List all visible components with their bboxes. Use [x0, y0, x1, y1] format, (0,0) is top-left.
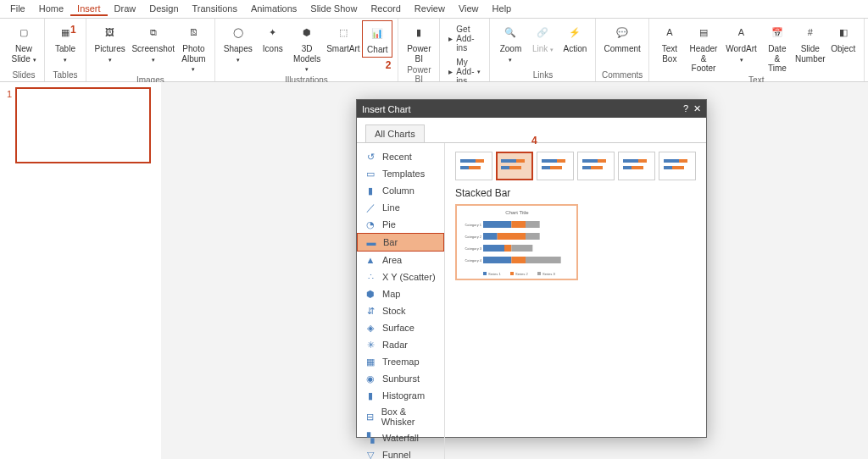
chart-type-waterfall[interactable]: ▚Waterfall: [357, 429, 444, 446]
menu-record[interactable]: Record: [364, 2, 407, 16]
chart-type-label: Pie: [382, 219, 396, 230]
header-icon: ▤: [693, 22, 714, 42]
chart-type-treemap[interactable]: ▦Treemap: [357, 353, 444, 370]
chart-type-x-y-scatter-[interactable]: ∴X Y (Scatter): [357, 268, 444, 285]
surface-icon: ◈: [364, 322, 377, 334]
ribbon-btn-3d-models[interactable]: ⬢3DModels ▾: [290, 20, 325, 75]
chart-type-templates[interactable]: ▭Templates: [357, 165, 444, 182]
ribbon-label: Comment: [604, 44, 640, 54]
menu-design[interactable]: Design: [142, 2, 185, 16]
menu-home[interactable]: Home: [32, 2, 70, 16]
bar-subtype-0[interactable]: [455, 152, 492, 180]
step-marker-4: 4: [531, 135, 537, 147]
ribbon-btn-object[interactable]: ◧Object: [828, 20, 859, 56]
tab-all-charts[interactable]: All Charts: [365, 124, 425, 142]
chart-type-surface[interactable]: ◈Surface: [357, 319, 444, 336]
bar-subtype-2[interactable]: [537, 152, 574, 180]
ribbon-label: SmartArt: [326, 44, 359, 54]
svg-rect-7: [509, 166, 521, 169]
power-icon: ▮: [409, 22, 429, 42]
ribbon-group-illus: ◯Shapes ▾✦Icons⬢3DModels ▾⬚SmartArt📊Char…: [215, 19, 399, 81]
ribbon-btn-get-add-ins[interactable]: ▸ Get Add-ins: [445, 24, 484, 53]
chart-type-radar[interactable]: ✳Radar: [357, 336, 444, 353]
svg-rect-17: [638, 159, 647, 163]
chart-type-recent[interactable]: ↺Recent: [357, 148, 444, 165]
ribbon-btn-wordart[interactable]: AWordArt ▾: [722, 20, 760, 65]
bar-subtype-5[interactable]: [659, 152, 696, 180]
menu-insert[interactable]: Insert: [70, 2, 108, 16]
chart-type-stock[interactable]: ⇵Stock: [357, 302, 444, 319]
ribbon-btn-new-slide[interactable]: ▢NewSlide ▾: [8, 20, 39, 65]
chart-type-column[interactable]: ▮Column: [357, 182, 444, 199]
zoom-icon: 🔍: [500, 22, 520, 42]
svg-rect-2: [460, 166, 469, 169]
ribbon-btn-smartart[interactable]: ⬚SmartArt: [326, 20, 360, 56]
chart-type-map[interactable]: ⬢Map: [357, 285, 444, 302]
menu-draw[interactable]: Draw: [108, 2, 143, 16]
menu-help[interactable]: Help: [486, 2, 519, 16]
menu-transitions[interactable]: Transitions: [186, 2, 244, 16]
ribbon-btn-comment[interactable]: 💬Comment: [601, 20, 643, 56]
ribbon-group-images: 🖼Pictures ▾⧉Screenshot ▾🖻PhotoAlbum ▾Ima…: [86, 19, 215, 81]
svg-rect-23: [672, 166, 684, 169]
chart-type-funnel[interactable]: ▽Funnel: [357, 446, 444, 459]
ribbon-btn-text-box[interactable]: ATextBox: [654, 20, 685, 65]
step-marker-1: 1: [70, 24, 76, 36]
ribbon-btn-header-footer[interactable]: ▤Header& Footer: [687, 20, 721, 75]
menu-review[interactable]: Review: [408, 2, 452, 16]
bar-subtype-4[interactable]: [618, 152, 655, 180]
ribbon-label: Shapes ▾: [223, 44, 253, 64]
help-icon[interactable]: ?: [683, 103, 688, 114]
ribbon-btn-pictures[interactable]: 🖼Pictures ▾: [92, 20, 128, 65]
ribbon-label: WordArt ▾: [725, 44, 758, 64]
bar-subtype-1[interactable]: [496, 152, 533, 180]
svg-text:Series 2: Series 2: [515, 272, 528, 276]
svg-rect-30: [526, 233, 540, 240]
chart-type-box-whisker[interactable]: ⊟Box & Whisker: [357, 404, 444, 429]
svg-rect-29: [497, 233, 525, 240]
slide-thumbnail-1[interactable]: 1: [15, 87, 151, 163]
close-icon[interactable]: ✕: [693, 103, 701, 114]
svg-rect-9: [557, 159, 565, 163]
ribbon-btn-photo-album[interactable]: 🖻PhotoAlbum ▾: [178, 20, 209, 75]
chart-preview[interactable]: Chart Title Category 1Category 2Category…: [455, 204, 578, 280]
menu-view[interactable]: View: [452, 2, 486, 16]
chart-type-pie[interactable]: ◔Pie: [357, 216, 444, 233]
waterfall-icon: ▚: [364, 432, 377, 444]
pie-icon: ◔: [364, 218, 377, 230]
menu-animations[interactable]: Animations: [244, 2, 303, 16]
svg-rect-18: [623, 166, 632, 169]
addin-icon: ▸: [448, 34, 453, 43]
menu-slide-show[interactable]: Slide Show: [303, 2, 364, 16]
ribbon-btn-zoom[interactable]: 🔍Zoom ▾: [495, 20, 526, 65]
ribbon-btn-icons[interactable]: ✦Icons: [258, 20, 288, 56]
ribbon-btn-shapes[interactable]: ◯Shapes ▾: [220, 20, 256, 65]
svg-rect-21: [679, 159, 687, 163]
map-icon: ⬢: [364, 288, 377, 300]
ribbon-label: 3DModels ▾: [292, 44, 322, 74]
ribbon-btn-date-time[interactable]: 📅Date &Time: [762, 20, 793, 75]
chart-type-line[interactable]: ／Line: [357, 199, 444, 216]
shapes-icon: ◯: [228, 22, 248, 42]
chart-type-histogram[interactable]: ▮Histogram: [357, 387, 444, 404]
ribbon-btn-power-bi[interactable]: ▮PowerBI: [403, 20, 434, 65]
histogram-icon: ▮: [364, 390, 377, 401]
ribbon-btn-link[interactable]: 🔗Link ▾: [527, 20, 558, 56]
chart-title-text: Chart Title: [505, 210, 529, 215]
ribbon-group-slides: ▢NewSlide ▾Slides: [3, 19, 45, 81]
pictures-icon: 🖼: [100, 22, 120, 42]
chart-type-bar[interactable]: ▬Bar3: [357, 233, 444, 252]
menu-file[interactable]: File: [3, 2, 32, 16]
ribbon-btn-screenshot[interactable]: ⧉Screenshot ▾: [130, 20, 176, 65]
ribbon-btn-chart[interactable]: 📊Chart: [362, 20, 392, 58]
chart-type-area[interactable]: ▲Area: [357, 252, 444, 268]
svg-rect-5: [516, 159, 525, 163]
chart-type-sunburst[interactable]: ◉Sunburst: [357, 370, 444, 387]
ribbon-btn-slide-number[interactable]: #SlideNumber: [794, 20, 826, 65]
group-label: Comments: [601, 70, 643, 81]
bar-subtype-3[interactable]: [577, 152, 615, 180]
ribbon-label: TextBox: [662, 44, 677, 64]
ribbon: ▢NewSlide ▾Slides▦Table ▾Tables1🖼Picture…: [0, 19, 868, 82]
ribbon-group-tables: ▦Table ▾Tables1: [45, 19, 86, 81]
ribbon-btn-action[interactable]: ⚡Action: [559, 20, 590, 56]
